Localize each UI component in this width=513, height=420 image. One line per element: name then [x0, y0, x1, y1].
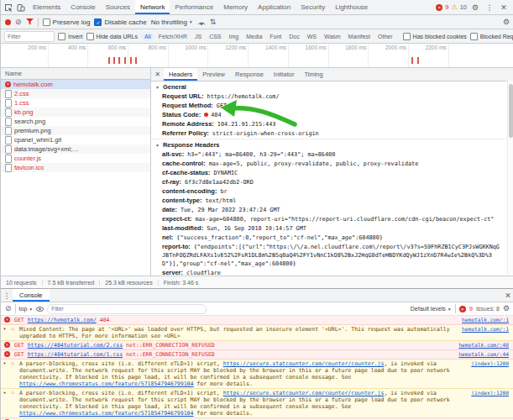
tab-performance[interactable]: Performance: [170, 0, 218, 14]
close-details-icon[interactable]: ✕: [151, 71, 164, 78]
clear-console-icon[interactable]: ⊘: [5, 305, 12, 312]
log-levels-dropdown[interactable]: Default levels ▼: [411, 306, 452, 312]
network-overview-timeline[interactable]: 200 ms400 ms600 ms800 ms1000 ms1200 ms14…: [1, 44, 513, 68]
filter-chip-css[interactable]: CSS: [206, 33, 224, 40]
warnings-badge-icon[interactable]: ⚠: [451, 4, 457, 11]
live-expression-eye-icon[interactable]: [36, 307, 44, 312]
filter-chip-other[interactable]: Other: [374, 33, 396, 40]
header-name: date:: [162, 206, 177, 213]
tab-console-drawer[interactable]: Console: [13, 289, 50, 302]
general-section-header[interactable]: ▼ General: [151, 81, 507, 92]
tab-console[interactable]: Console: [65, 0, 100, 14]
record-network-log-icon[interactable]: [5, 19, 11, 25]
details-tab-preview[interactable]: Preview: [197, 68, 230, 81]
errors-badge-icon[interactable]: [436, 4, 442, 11]
request-row[interactable]: kb.png: [1, 108, 150, 117]
request-row[interactable]: 1.css: [1, 98, 150, 108]
console-context-selector[interactable]: top ▼: [19, 306, 34, 312]
expand-triangle-icon[interactable]: ▸: [3, 325, 7, 332]
filter-chip-fetch-xhr[interactable]: Fetch/XHR: [155, 33, 191, 40]
preserve-log-checkbox[interactable]: Preserve log: [43, 18, 91, 26]
network-settings-gear-icon[interactable]: ⚙: [503, 18, 510, 26]
tab-sources[interactable]: Sources: [101, 0, 135, 14]
console-settings-gear-icon[interactable]: ⚙: [503, 305, 510, 312]
blocked-requests-checkbox[interactable]: Blocked Requests: [470, 33, 513, 40]
details-tab-response[interactable]: Response: [230, 68, 269, 81]
tab-application[interactable]: Application: [253, 0, 296, 14]
clear-network-log-icon[interactable]: ⊘: [15, 18, 22, 26]
source-location-link[interactable]: hemotalk.com/:44: [458, 351, 509, 358]
chevron-down-icon: ▼: [189, 19, 193, 24]
expand-triangle-icon[interactable]: ▸: [3, 389, 7, 396]
tab-elements[interactable]: Elements: [28, 0, 65, 14]
message-link[interactable]: https://404tutorial.com/1.css: [28, 351, 123, 358]
source-location-link[interactable]: hemotalk.com/:1: [462, 317, 509, 323]
scrollbar-thumb[interactable]: [509, 84, 513, 138]
settings-gear-icon[interactable]: ⚙: [469, 3, 481, 12]
request-row[interactable]: cpanel_whm1.gif: [1, 135, 150, 144]
filter-chip-wasm[interactable]: Wasm: [321, 33, 344, 40]
has-blocked-cookies-checkbox[interactable]: Has blocked cookies: [403, 33, 467, 40]
close-devtools-icon[interactable]: ✕: [498, 3, 510, 12]
source-location-link[interactable]: hemotalk.com/:1: [462, 326, 509, 333]
source-location-link[interactable]: hemotalk.com/:48: [458, 342, 509, 349]
response-headers-section-header[interactable]: ▼ Response Headers: [151, 139, 507, 150]
disable-cache-checkbox[interactable]: Disable cache: [94, 18, 146, 26]
network-filter-input[interactable]: [4, 31, 55, 42]
filter-chip-manifest[interactable]: Manifest: [345, 33, 374, 40]
details-tab-initiator[interactable]: Initiator: [269, 68, 300, 81]
request-row[interactable]: hemotalk.com: [1, 80, 150, 89]
filter-chip-media[interactable]: Media: [243, 33, 265, 40]
throttling-dropdown[interactable]: No throttling ▼: [151, 18, 193, 26]
has-blocked-cookies-label: Has blocked cookies: [413, 34, 467, 39]
hide-data-urls-checkbox[interactable]: Hide data URLs: [86, 33, 138, 40]
console-filter-input[interactable]: [47, 304, 207, 314]
message-link[interactable]: https://www.chromestatus.com/feature/571…: [19, 410, 193, 417]
tab-lighthouse[interactable]: Lighthouse: [330, 0, 373, 14]
filter-chip-font[interactable]: Font: [266, 33, 285, 40]
inspect-element-icon[interactable]: [3, 0, 14, 14]
filter-chip-js[interactable]: JS: [191, 33, 205, 40]
import-export-har-icon[interactable]: ⇅: [210, 18, 217, 26]
kebab-menu-icon[interactable]: ⋮: [484, 3, 495, 12]
invert-checkbox[interactable]: Invert: [58, 33, 83, 40]
message-link[interactable]: https://secure.statcounter.com/counter/c…: [223, 390, 385, 396]
filter-chip-all[interactable]: All: [141, 33, 154, 40]
issues-counter[interactable]: Issues: 8: [476, 306, 500, 312]
expand-triangle-icon[interactable]: ▸: [3, 360, 7, 366]
request-row[interactable]: favicon.ico: [1, 163, 150, 172]
message-link[interactable]: https://hemotalk.com/: [28, 317, 97, 323]
tab-memory[interactable]: Memory: [218, 0, 253, 14]
timeline-label: 1000 ms: [169, 44, 209, 67]
filter-chip-img[interactable]: Img: [226, 33, 243, 40]
request-name: favicon.ico: [14, 164, 44, 171]
drawer-menu-icon[interactable]: ⋮: [1, 289, 13, 302]
filter-funnel-icon[interactable]: [26, 18, 34, 25]
close-drawer-icon[interactable]: ✕: [502, 289, 513, 302]
message-text-part: for more details.: [193, 410, 252, 417]
details-tab-timing[interactable]: Timing: [299, 68, 327, 81]
request-row[interactable]: premium.png: [1, 126, 150, 135]
source-location-link[interactable]: (index):1200: [471, 360, 509, 367]
message-link[interactable]: https://secure.statcounter.com/counter/c…: [223, 360, 385, 367]
device-toolbar-icon[interactable]: [15, 0, 27, 14]
message-text-part: GET: [14, 317, 28, 323]
message-link[interactable]: https://404tutorial.com/2.css: [28, 342, 123, 349]
network-conditions-icon[interactable]: [197, 18, 206, 25]
filter-chip-doc[interactable]: Doc: [285, 33, 302, 40]
divider: [15, 304, 16, 313]
message-link[interactable]: https://www.chromestatus.com/feature/571…: [19, 381, 193, 387]
header-name: expect-ct:: [162, 215, 191, 223]
console-message: ▸⚠A parser-blocking, cross site (i.e. di…: [1, 360, 513, 389]
details-scrollbar[interactable]: [507, 81, 513, 276]
request-row[interactable]: 2.css: [1, 89, 150, 98]
source-location-link[interactable]: (index):1200: [471, 390, 509, 396]
filter-chip-ws[interactable]: WS: [304, 33, 320, 40]
request-row[interactable]: data:image/svg+xml;…: [1, 144, 150, 154]
tab-security[interactable]: Security: [296, 0, 330, 14]
request-row[interactable]: search.png: [1, 117, 150, 126]
tab-network[interactable]: Network: [135, 0, 170, 14]
request-row[interactable]: counter.js: [1, 154, 150, 163]
name-column-header[interactable]: Name: [1, 68, 150, 80]
details-tab-headers[interactable]: Headers: [164, 68, 197, 81]
